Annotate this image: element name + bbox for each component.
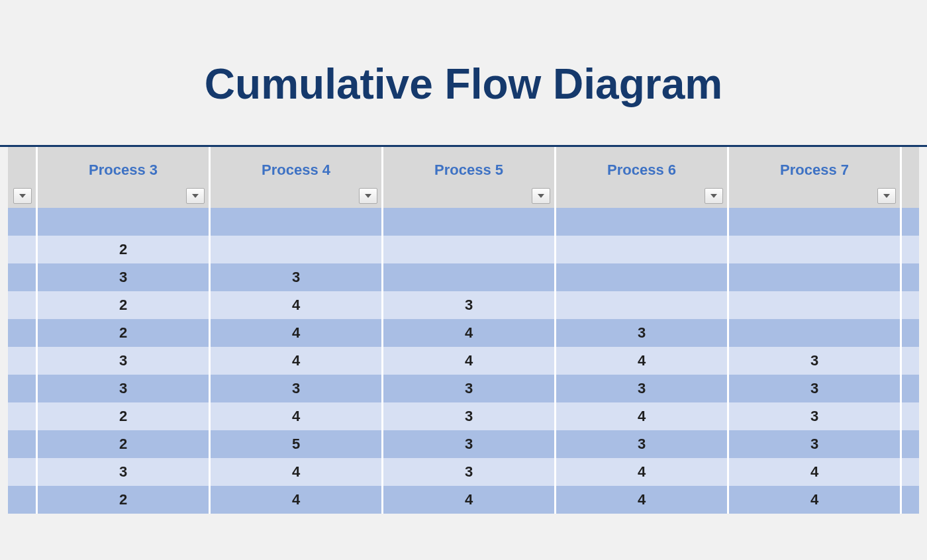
column-header-process-7: Process 7 <box>728 147 901 208</box>
cell-process-4[interactable]: 4 <box>210 319 383 347</box>
cell-process-6[interactable]: 4 <box>556 486 728 514</box>
cell-process-3[interactable]: 2 <box>37 236 210 263</box>
cell-process-5[interactable] <box>383 208 556 236</box>
cell-process-7[interactable]: 3 <box>728 430 901 458</box>
column-header-trail <box>901 147 920 208</box>
cell-lead[interactable] <box>8 458 37 486</box>
cell-process-6[interactable] <box>556 263 728 291</box>
cell-process-6[interactable] <box>556 236 728 263</box>
cell-process-7[interactable]: 3 <box>728 402 901 430</box>
cell-lead[interactable] <box>8 486 37 514</box>
cell-process-4[interactable]: 4 <box>210 486 383 514</box>
cell-trail[interactable] <box>901 486 920 514</box>
column-label: Process 5 <box>383 147 554 179</box>
svg-marker-2 <box>365 194 371 198</box>
cell-process-3[interactable]: 3 <box>37 458 210 486</box>
column-label: Process 7 <box>729 147 900 179</box>
cell-lead[interactable] <box>8 375 37 402</box>
cell-process-6[interactable]: 3 <box>556 430 728 458</box>
svg-marker-3 <box>538 194 544 198</box>
cell-process-3[interactable]: 3 <box>37 375 210 402</box>
cell-process-3[interactable] <box>37 208 210 236</box>
filter-button-process-3[interactable] <box>186 188 205 204</box>
cell-process-4[interactable]: 3 <box>210 263 383 291</box>
cell-trail[interactable] <box>901 458 920 486</box>
table-row: 24343 <box>8 402 919 430</box>
svg-marker-1 <box>192 194 199 198</box>
cell-process-6[interactable]: 4 <box>556 347 728 375</box>
cell-process-6[interactable]: 4 <box>556 458 728 486</box>
cell-process-4[interactable] <box>210 236 383 263</box>
table-row: 24444 <box>8 486 919 514</box>
filter-button-process-7[interactable] <box>877 188 896 204</box>
cell-process-4[interactable]: 5 <box>210 430 383 458</box>
svg-marker-4 <box>710 194 717 198</box>
cell-process-7[interactable] <box>728 263 901 291</box>
page-title: Cumulative Flow Diagram <box>0 60 927 109</box>
cell-lead[interactable] <box>8 263 37 291</box>
cell-process-7[interactable]: 4 <box>728 458 901 486</box>
cell-lead[interactable] <box>8 319 37 347</box>
cell-process-6[interactable]: 3 <box>556 319 728 347</box>
cell-process-5[interactable]: 3 <box>383 430 556 458</box>
table-row: 2 <box>8 236 919 263</box>
cell-trail[interactable] <box>901 375 920 402</box>
cell-process-4[interactable] <box>210 208 383 236</box>
cell-process-5[interactable]: 3 <box>383 375 556 402</box>
cell-trail[interactable] <box>901 347 920 375</box>
cell-process-5[interactable]: 4 <box>383 486 556 514</box>
cell-process-5[interactable]: 3 <box>383 402 556 430</box>
cell-process-3[interactable]: 2 <box>37 486 210 514</box>
cell-process-6[interactable] <box>556 208 728 236</box>
filter-button-process-4[interactable] <box>359 188 377 204</box>
cell-process-3[interactable]: 2 <box>37 319 210 347</box>
cell-process-6[interactable] <box>556 291 728 319</box>
cell-lead[interactable] <box>8 347 37 375</box>
cell-trail[interactable] <box>901 291 920 319</box>
cell-process-5[interactable] <box>383 236 556 263</box>
column-header-process-6: Process 6 <box>556 147 728 208</box>
cell-process-4[interactable]: 4 <box>210 347 383 375</box>
table-row: 34344 <box>8 458 919 486</box>
cell-process-4[interactable]: 4 <box>210 291 383 319</box>
cell-process-7[interactable]: 3 <box>728 347 901 375</box>
cell-process-7[interactable]: 4 <box>728 486 901 514</box>
cell-lead[interactable] <box>8 430 37 458</box>
cell-trail[interactable] <box>901 208 920 236</box>
cell-lead[interactable] <box>8 208 37 236</box>
column-header-lead <box>8 147 37 208</box>
column-header-process-3: Process 3 <box>37 147 210 208</box>
cell-lead[interactable] <box>8 236 37 263</box>
cell-trail[interactable] <box>901 319 920 347</box>
filter-button-lead[interactable] <box>13 188 32 204</box>
cell-process-7[interactable] <box>728 208 901 236</box>
cell-process-6[interactable]: 4 <box>556 402 728 430</box>
cell-lead[interactable] <box>8 291 37 319</box>
cell-process-5[interactable]: 3 <box>383 291 556 319</box>
cell-process-3[interactable]: 3 <box>37 263 210 291</box>
cell-process-5[interactable]: 4 <box>383 347 556 375</box>
cell-process-6[interactable]: 3 <box>556 375 728 402</box>
cell-process-7[interactable] <box>728 319 901 347</box>
cell-process-3[interactable]: 2 <box>37 402 210 430</box>
filter-button-process-6[interactable] <box>705 188 723 204</box>
cell-process-4[interactable]: 4 <box>210 458 383 486</box>
filter-button-process-5[interactable] <box>532 188 550 204</box>
cell-process-3[interactable]: 3 <box>37 347 210 375</box>
cell-process-3[interactable]: 2 <box>37 430 210 458</box>
svg-marker-0 <box>19 194 26 198</box>
cell-process-4[interactable]: 4 <box>210 402 383 430</box>
cell-process-5[interactable]: 4 <box>383 319 556 347</box>
cell-process-5[interactable]: 3 <box>383 458 556 486</box>
cell-process-7[interactable]: 3 <box>728 375 901 402</box>
cell-process-7[interactable] <box>728 236 901 263</box>
cell-trail[interactable] <box>901 236 920 263</box>
cell-process-7[interactable] <box>728 291 901 319</box>
cell-process-4[interactable]: 3 <box>210 375 383 402</box>
cell-process-5[interactable] <box>383 263 556 291</box>
cell-trail[interactable] <box>901 263 920 291</box>
cell-process-3[interactable]: 2 <box>37 291 210 319</box>
cell-trail[interactable] <box>901 402 920 430</box>
cell-trail[interactable] <box>901 430 920 458</box>
cell-lead[interactable] <box>8 402 37 430</box>
